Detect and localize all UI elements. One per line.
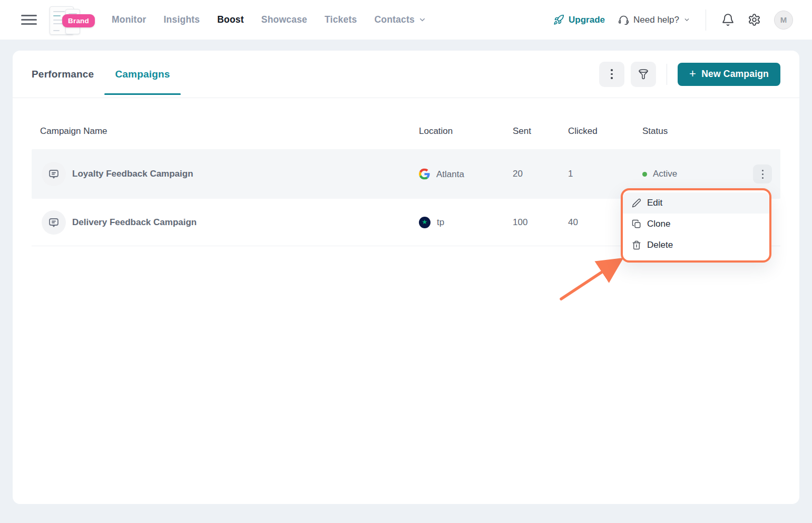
campaign-name[interactable]: Delivery Feedback Campaign (72, 217, 197, 228)
topbar-right-cluster: Upgrade Need help? (553, 9, 793, 31)
chevron-down-icon (683, 16, 690, 23)
pencil-icon (632, 198, 641, 208)
kebab-icon (762, 170, 764, 179)
need-help-label: Need help? (633, 15, 679, 25)
upgrade-link[interactable]: Upgrade (553, 14, 605, 25)
location-label: tp (437, 217, 444, 228)
row-context-menu: Edit Clone Delete (621, 188, 771, 263)
menu-item-clone[interactable]: Clone (623, 214, 769, 235)
nav-item-tickets[interactable]: Tickets (325, 14, 357, 25)
column-header-sent: Sent (513, 126, 531, 137)
campaign-location: ★ tp (419, 217, 444, 228)
column-header-location: Location (419, 126, 453, 137)
brand-badge: Brand (62, 14, 95, 27)
chevron-down-icon (418, 16, 426, 24)
hamburger-menu-icon[interactable] (21, 15, 37, 25)
nav-item-boost[interactable]: Boost (217, 14, 244, 25)
funnel-icon (637, 68, 650, 81)
nav-item-insights[interactable]: Insights (164, 14, 200, 25)
upgrade-label: Upgrade (569, 15, 605, 25)
settings-gear-icon[interactable] (748, 13, 761, 26)
table-header-row: Campaign Name Location Sent Clicked Stat… (32, 98, 780, 149)
nav-item-showcase[interactable]: Showcase (261, 14, 307, 25)
new-campaign-button[interactable]: + New Campaign (678, 63, 780, 86)
campaigns-panel: Performance Campaigns + New Campaign (13, 51, 799, 504)
menu-item-label: Edit (647, 198, 662, 208)
menu-item-edit[interactable]: Edit (623, 192, 769, 214)
trash-icon (632, 240, 641, 250)
copy-icon (632, 219, 641, 229)
clicked-count: 40 (568, 217, 578, 228)
menu-item-delete[interactable]: Delete (623, 235, 769, 256)
new-campaign-label: New Campaign (701, 69, 769, 80)
status-label: Active (653, 169, 677, 179)
row-actions-button[interactable] (753, 164, 772, 183)
campaign-feedback-icon (42, 162, 66, 186)
trustpilot-icon: ★ (419, 217, 431, 228)
plus-icon: + (689, 68, 696, 80)
rocket-icon (553, 14, 564, 25)
kebab-icon (611, 69, 613, 79)
more-options-button[interactable] (599, 62, 624, 87)
sent-count: 20 (513, 169, 523, 179)
panel-actions: + New Campaign (599, 62, 780, 87)
campaign-name[interactable]: Loyalty Feedback Campaign (72, 169, 193, 179)
active-status-dot (642, 172, 647, 177)
column-header-clicked: Clicked (568, 126, 598, 137)
nav-item-contacts[interactable]: Contacts (374, 14, 426, 25)
annotation-arrow (547, 254, 632, 312)
notifications-bell-icon[interactable] (721, 13, 735, 26)
tab-performance[interactable]: Performance (32, 51, 94, 98)
tab-bar: Performance Campaigns (32, 51, 170, 98)
main-nav: Monitor Insights Boost Showcase Tickets … (112, 14, 426, 25)
clicked-count: 1 (568, 169, 573, 179)
sent-count: 100 (513, 217, 527, 228)
user-avatar[interactable]: M (774, 11, 793, 30)
menu-item-label: Delete (647, 240, 673, 250)
location-label: Atlanta (436, 169, 464, 179)
topbar-divider (706, 9, 706, 31)
nav-item-monitor[interactable]: Monitor (112, 14, 146, 25)
column-header-campaign-name: Campaign Name (40, 126, 107, 137)
panel-header: Performance Campaigns + New Campaign (13, 51, 799, 98)
need-help-menu[interactable]: Need help? (618, 14, 690, 25)
google-icon (419, 169, 430, 180)
nav-item-contacts-label: Contacts (374, 14, 414, 25)
campaign-location: Atlanta (419, 169, 464, 180)
filter-button[interactable] (631, 62, 656, 87)
campaign-feedback-icon (42, 210, 66, 235)
column-header-status: Status (642, 126, 668, 137)
app-logo[interactable]: Brand (48, 3, 97, 37)
menu-item-label: Clone (647, 219, 670, 229)
actions-divider (667, 64, 667, 85)
top-navigation-bar: Brand Monitor Insights Boost Showcase Ti… (0, 0, 812, 40)
status-badge: Active (642, 169, 677, 179)
headset-icon (618, 14, 629, 25)
tab-campaigns[interactable]: Campaigns (115, 51, 170, 98)
